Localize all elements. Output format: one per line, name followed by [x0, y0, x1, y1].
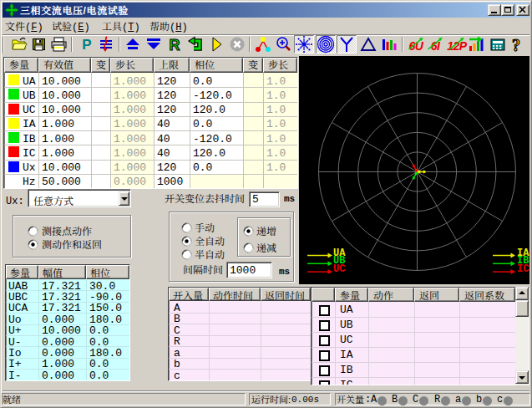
svg-text:6U: 6U [409, 39, 424, 53]
svg-text:?: ? [512, 36, 520, 54]
svg-text:P: P [82, 37, 91, 53]
svg-text:12P: 12P [447, 39, 467, 53]
svg-text:R: R [170, 37, 180, 54]
